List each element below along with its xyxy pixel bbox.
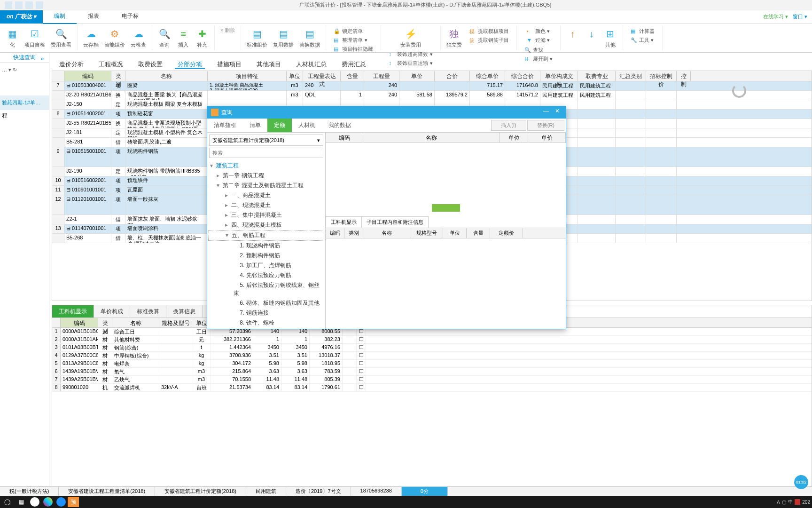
- qtab-list-guide[interactable]: 清单指引: [207, 119, 243, 132]
- subtab-price-analysis[interactable]: 造价分析: [56, 58, 86, 69]
- ribbon-arrow-up[interactable]: ↑: [564, 26, 581, 49]
- tree-node[interactable]: ▸ 三、集中搅拌混凝土: [208, 210, 324, 220]
- taskbar-app2[interactable]: [30, 497, 39, 507]
- ribbon-cloud-save[interactable]: ☁云存档: [81, 26, 101, 49]
- col-expr[interactable]: 工程量表达式: [303, 71, 341, 81]
- tree-node[interactable]: 2. 预制构件钢筋: [208, 251, 324, 261]
- col-name[interactable]: 名称: [125, 71, 208, 81]
- subtab-other-items[interactable]: 其他项目: [254, 58, 284, 69]
- ribbon-tools[interactable]: 🔧工具 ▾: [629, 36, 656, 44]
- ribbon-cost-view[interactable]: 🔍费用查看: [49, 26, 73, 49]
- tab-report[interactable]: 报表: [77, 9, 110, 24]
- search-input[interactable]: [209, 148, 323, 158]
- ribbon-query[interactable]: 🔍查询: [156, 26, 173, 49]
- detail-row[interactable]: 3 0101A03B00BT 材 钢筋(综合) t 1.442364 3450 …: [52, 344, 812, 352]
- ribbon-delete[interactable]: × 删除: [219, 26, 237, 34]
- subtab-material-summary[interactable]: 人材机汇总: [293, 58, 329, 69]
- taskbar-app4[interactable]: [56, 497, 66, 507]
- tree-node[interactable]: ▸ 二、现浇混凝土: [208, 200, 324, 210]
- col-unit-price[interactable]: 单价: [399, 71, 435, 81]
- qtab-list[interactable]: 清单: [243, 119, 267, 132]
- col-unit[interactable]: 单位: [287, 71, 303, 81]
- dptab-convert-info[interactable]: 换算信息: [166, 305, 203, 318]
- ribbon-install-fee[interactable]: ⚡安装费用: [398, 26, 423, 49]
- detail-row[interactable]: 2 0000A31B01AH 材 其他材料费 元 382.231366 1 1 …: [52, 336, 812, 344]
- col-bid-control[interactable]: 招标控制价: [646, 71, 677, 81]
- detail-row[interactable]: 4 0129A37B00CB 材 中厚钢板(综合) kg 3708.936 3.…: [52, 352, 812, 360]
- ribbon-filter[interactable]: ▼过滤 ▾: [525, 36, 552, 44]
- sidebar-dropdown[interactable]: … ▾ ↻: [0, 63, 49, 77]
- tree-node[interactable]: 7. 钢筋连接: [208, 308, 324, 318]
- tree-node[interactable]: 6. 砌体、板缝内钢筋加固及其他: [208, 298, 324, 308]
- tree-node[interactable]: 4. 先张法预应力钢筋: [208, 270, 324, 280]
- ribbon-other[interactable]: ⊞其他: [602, 26, 619, 49]
- ribbon-supplement[interactable]: ✚补充: [194, 26, 211, 49]
- tree-node[interactable]: ▸ 四、现浇混凝土模板: [208, 220, 324, 230]
- subtab-proj-overview[interactable]: 工程概况: [96, 58, 126, 69]
- qsubtab-material[interactable]: 工料机显示: [326, 216, 362, 228]
- col-content[interactable]: 含量: [341, 71, 364, 81]
- table-row[interactable]: J2-20 R8021A01B63… 换 商品混凝土 圈梁 换为【商品混凝土 C…: [52, 91, 812, 100]
- ribbon-color[interactable]: ▪颜色 ▾: [525, 27, 552, 35]
- online-study-link[interactable]: 在线学习 ▾: [763, 13, 788, 20]
- tree-node[interactable]: 1. 现浇构件钢筋: [208, 241, 324, 251]
- insert-button[interactable]: 插入(I): [491, 120, 526, 131]
- col-code[interactable]: 编码: [64, 71, 111, 81]
- detail-row[interactable]: 5 0313A29B01CB 材 电焊条 kg 304.172 5.98 5.9…: [52, 360, 812, 368]
- ribbon-insert[interactable]: ≡插入: [175, 26, 192, 49]
- ribbon-proj-feature[interactable]: ▤项目特征隐藏: [332, 45, 375, 53]
- taskbar-app3[interactable]: [43, 497, 53, 507]
- tree-node[interactable]: 8. 铁件、螺栓: [208, 318, 324, 328]
- detail-row[interactable]: 8 990801020 机 交流弧焊机 32kV·A 台班 21.53734 8…: [52, 384, 812, 392]
- tree-node[interactable]: ▾ 五、钢筋工程: [208, 230, 324, 241]
- ribbon-extract-steel[interactable]: 筋提取钢筋子目: [468, 36, 511, 44]
- col-total[interactable]: 合价: [435, 71, 470, 81]
- ribbon-indep[interactable]: 独独立费: [445, 26, 464, 49]
- category-tree[interactable]: ▾ 建筑工程▸ 第一章 砌筑工程▾ 第二章 混凝土及钢筋混凝土工程▸ 一、商品混…: [207, 160, 325, 329]
- col-comp-unit[interactable]: 综合单价: [470, 71, 505, 81]
- start-button[interactable]: ◯: [0, 496, 14, 508]
- tab-compile[interactable]: 编制: [43, 9, 77, 24]
- ribbon-lock-list[interactable]: 🔒锁定清单: [332, 27, 375, 35]
- taskbar-app-active[interactable]: 预: [68, 497, 79, 507]
- table-row[interactable]: 7 ⊟ 010503004001 项 圈梁 1. 混凝土种类:商品混凝土2. 混…: [52, 81, 812, 91]
- dptab-material[interactable]: 工料机显示: [52, 305, 94, 318]
- col-comp-total[interactable]: 综合合价: [505, 71, 540, 81]
- taskbar-app1[interactable]: ▦: [14, 496, 28, 508]
- tab-electronic[interactable]: 电子标: [110, 9, 150, 24]
- quick-access-toolbar[interactable]: [5, 1, 43, 9]
- col-feature[interactable]: 项目特征: [208, 71, 287, 81]
- tree-node[interactable]: 9. 植筋: [208, 328, 324, 329]
- ribbon-cloud-check[interactable]: ☁云检查: [129, 26, 148, 49]
- ribbon-extract-tpl[interactable]: 模提取模板项目: [468, 27, 511, 35]
- dptab-unit-comp[interactable]: 单价构成: [94, 305, 130, 318]
- tree-node[interactable]: ▾ 建筑工程: [208, 161, 324, 171]
- col-ctrl[interactable]: 控制: [677, 71, 691, 81]
- tree-node[interactable]: ▸ 第一章 砌筑工程: [208, 171, 324, 181]
- ribbon-replace-data[interactable]: ▤替换数据: [297, 26, 322, 49]
- detail-row[interactable]: 6 1439A19B01BV 材 氧气 m3 215.864 3.63 3.63…: [52, 368, 812, 376]
- tray-ime[interactable]: 中: [788, 499, 793, 505]
- minimize-icon[interactable]: —: [541, 108, 551, 117]
- ribbon-arrange-list[interactable]: ▤整理清单 ▾: [332, 36, 375, 44]
- sidebar-collapse-icon[interactable]: «: [41, 56, 49, 63]
- window-menu[interactable]: 窗口 ▾: [793, 13, 807, 20]
- ribbon-search[interactable]: 🔍查找: [523, 46, 554, 54]
- close-icon[interactable]: ✕: [553, 108, 562, 117]
- subtab-sub-items[interactable]: 分部分项: [175, 58, 205, 69]
- col-qty[interactable]: 工程量: [364, 71, 399, 81]
- qtab-material[interactable]: 人材机: [292, 119, 322, 132]
- ribbon-bh[interactable]: ▦化: [4, 26, 21, 49]
- tree-node[interactable]: 3. 加工厂、点焊钢筋: [208, 261, 324, 270]
- tree-node[interactable]: ▸ 一、商品混凝土: [208, 190, 324, 200]
- subtab-fee-setting[interactable]: 取费设置: [135, 58, 165, 69]
- expand-results-button[interactable]: [432, 204, 460, 212]
- col-fee-major[interactable]: 取费专业: [578, 71, 616, 81]
- qtab-quota[interactable]: 定额: [267, 119, 292, 132]
- col-unit-file[interactable]: 单价构成文件: [540, 71, 578, 81]
- ribbon-copy-data[interactable]: ▤复用数据: [271, 26, 296, 49]
- ribbon-std-combo[interactable]: ▤标准组价: [245, 26, 269, 49]
- ribbon-audit[interactable]: ☑项目自检: [23, 26, 47, 49]
- qsubtab-sub-content[interactable]: 子目工程内容和附注信息: [361, 216, 429, 228]
- ribbon-calculator[interactable]: ▦计算器: [629, 27, 656, 35]
